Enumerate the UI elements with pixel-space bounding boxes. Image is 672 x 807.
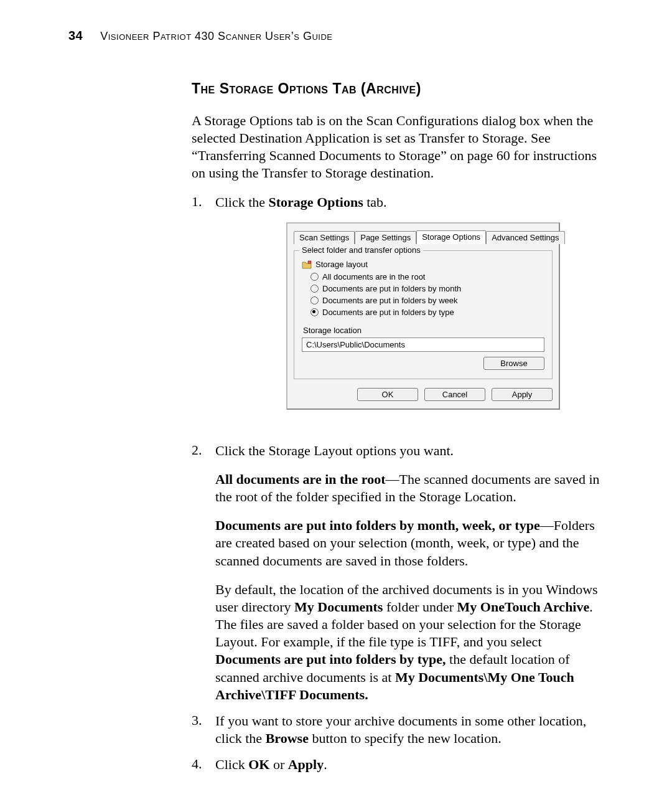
storage-layout-header: Storage layout (302, 260, 544, 270)
folder-icon (302, 260, 312, 270)
bold-text: Storage Options (269, 194, 363, 210)
step-number: 4. (192, 756, 204, 773)
text: folder under (383, 599, 457, 615)
tab-storage-options[interactable]: Storage Options (416, 230, 486, 244)
step-text: If you want to store your archive docume… (215, 712, 605, 747)
cancel-button[interactable]: Cancel (424, 388, 485, 401)
radio-label: Documents are put in folders by month (322, 284, 461, 293)
radio-row[interactable]: All documents are in the root (310, 272, 544, 281)
paragraph: By default, the location of the archived… (215, 581, 605, 704)
bold-text: Documents are put into folders by type, (215, 651, 446, 667)
bold-text: Documents are put into folders by month,… (215, 517, 540, 533)
text: or (269, 757, 287, 772)
intro-paragraph: A Storage Options tab is on the Scan Con… (192, 112, 605, 182)
step-number: 1. (192, 194, 204, 433)
radio-row[interactable]: Documents are put in folders by month (310, 284, 544, 293)
bold-text: All documents are in the root (215, 471, 386, 487)
apply-button[interactable]: Apply (492, 388, 553, 401)
radio-icon[interactable] (310, 308, 319, 316)
text: Click the (215, 194, 269, 210)
page-number: 34 (68, 29, 83, 43)
list-item: 3. If you want to store your archive doc… (192, 712, 605, 747)
svg-rect-0 (308, 261, 311, 263)
bold-text: My OneTouch Archive (457, 599, 590, 615)
list-item: 2. Click the Storage Layout options you … (192, 442, 605, 704)
running-title: Visioneer Patriot 430 Scanner User’s Gui… (100, 30, 332, 43)
tab-advanced-settings[interactable]: Advanced Settings (486, 231, 564, 244)
section-heading: The Storage Options Tab (Archive) (192, 80, 605, 97)
bold-text: Apply (288, 757, 324, 772)
step-number: 3. (192, 712, 204, 747)
step-text: Click the Storage Options tab. (215, 194, 605, 211)
storage-location-input[interactable] (302, 337, 544, 352)
radio-icon[interactable] (310, 285, 319, 293)
radio-icon[interactable] (310, 273, 319, 281)
list-item: 1. Click the Storage Options tab. Scan S… (192, 194, 605, 433)
tab-scan-settings[interactable]: Scan Settings (294, 231, 355, 244)
radio-label: Documents are put in folders by type (322, 308, 454, 317)
text: tab. (363, 194, 387, 210)
radio-row[interactable]: Documents are put in folders by type (310, 308, 544, 317)
paragraph: All documents are in the root—The scanne… (215, 471, 605, 506)
step-number: 2. (192, 442, 204, 704)
bold-text: OK (248, 757, 269, 772)
content-column: The Storage Options Tab (Archive) A Stor… (192, 80, 605, 773)
text: Click (215, 757, 248, 772)
dialog-footer: OK Cancel Apply (294, 388, 553, 401)
step-text: Click the Storage Layout options you wan… (215, 442, 605, 460)
bold-text: My Documents (294, 599, 383, 615)
dialog-tabstrip: Scan Settings Page Settings Storage Opti… (294, 230, 553, 244)
bold-text: Browse (266, 730, 309, 746)
browse-button[interactable]: Browse (483, 357, 544, 370)
storage-location-label: Storage location (303, 326, 544, 335)
tab-page-settings[interactable]: Page Settings (355, 231, 416, 244)
storage-layout-label: Storage layout (315, 260, 368, 269)
storage-options-dialog: Scan Settings Page Settings Storage Opti… (286, 222, 560, 410)
text: . (324, 757, 327, 772)
radio-label: All documents are in the root (322, 272, 425, 281)
text: button to specify the new location. (309, 730, 502, 746)
folder-transfer-groupbox: Select folder and transfer options Stora… (294, 250, 553, 379)
running-header: 34 Visioneer Patriot 430 Scanner User’s … (68, 29, 604, 43)
ok-button[interactable]: OK (357, 388, 418, 401)
page: 34 Visioneer Patriot 430 Scanner User’s … (0, 0, 672, 807)
dialog-figure: Scan Settings Page Settings Storage Opti… (286, 222, 560, 410)
step-list: 1. Click the Storage Options tab. Scan S… (192, 194, 605, 774)
radio-icon[interactable] (310, 296, 319, 304)
paragraph: Documents are put into folders by month,… (215, 517, 605, 569)
step-text: Click OK or Apply. (215, 756, 605, 773)
radio-label: Documents are put in folders by week (322, 296, 458, 305)
list-item: 4. Click OK or Apply. (192, 756, 605, 773)
groupbox-legend: Select folder and transfer options (299, 245, 423, 255)
radio-row[interactable]: Documents are put in folders by week (310, 296, 544, 305)
